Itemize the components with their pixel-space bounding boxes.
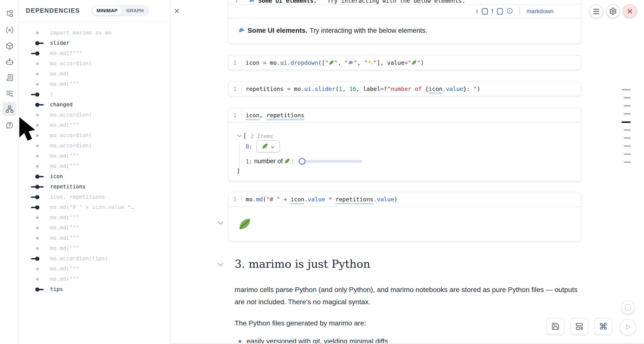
stop-button[interactable]	[621, 300, 635, 314]
minimap-row[interactable]: mo.md("""	[19, 213, 170, 223]
markdown-cell-toolbar: r f markdown	[228, 5, 581, 18]
logs-icon[interactable]	[3, 86, 16, 100]
tab-minimap[interactable]: MINIMAP	[92, 6, 122, 15]
minimap-row[interactable]: mo.md(	[19, 69, 170, 79]
run-button[interactable]	[620, 319, 636, 335]
code-editor[interactable]: 1 icon = mo.ui.dropdown(["", "", ""], va…	[228, 56, 581, 70]
line-number: 1	[232, 0, 241, 3]
tracker-dash[interactable]	[624, 97, 630, 98]
variables-icon[interactable]	[3, 23, 16, 37]
bracket-open: [	[243, 132, 246, 139]
help-icon[interactable]	[3, 118, 16, 132]
collapse-tree-icon[interactable]	[237, 134, 242, 138]
code-editor[interactable]: 1 icon, repetitions	[228, 108, 581, 122]
mouse-cursor	[19, 117, 35, 142]
minimap-row[interactable]: tips	[19, 284, 170, 295]
fstring-toggle-checkbox[interactable]	[497, 8, 503, 15]
minimap-row[interactable]: icon	[19, 171, 170, 182]
code-line[interactable]: icon, repetitions	[242, 112, 304, 119]
code-editor[interactable]: 1 Some UI elements. Try interacting with…	[228, 0, 581, 5]
minimap-row[interactable]: mo.md("""	[19, 79, 170, 89]
minimap-row[interactable]: mo.md("""	[19, 120, 170, 130]
slider-track[interactable]	[298, 160, 362, 163]
snippets-icon[interactable]	[3, 71, 16, 84]
layout-button[interactable]	[570, 318, 588, 335]
tracker-dash[interactable]	[624, 105, 630, 106]
command-palette-button[interactable]: ⌘	[594, 318, 612, 335]
output-bold-text: Some UI elements.	[248, 27, 307, 35]
minimap-row[interactable]: import marimo as mo	[19, 28, 170, 38]
line-number: 1	[228, 112, 241, 118]
notebook-menu-button[interactable]	[589, 5, 603, 19]
minimap-row[interactable]: mo.accordion(	[19, 59, 170, 69]
save-button[interactable]	[546, 318, 564, 335]
view-toggle: MINIMAP GRAPH	[91, 5, 149, 16]
wave-emoji	[348, 59, 354, 66]
minimap-row[interactable]: mo.accordion(	[19, 130, 170, 141]
collapse-output-icon[interactable]	[218, 221, 224, 226]
slider-knob[interactable]	[299, 158, 306, 165]
dependencies-icon[interactable]	[3, 102, 16, 116]
ai-assistant-icon[interactable]	[3, 55, 16, 69]
minimap-row[interactable]: mo.md("""	[19, 243, 170, 254]
file-explorer-icon[interactable]	[3, 7, 16, 21]
code-line[interactable]: icon = mo.ui.dropdown(["", "", ""], valu…	[242, 59, 424, 66]
minimap-row[interactable]: repetitions	[19, 182, 170, 192]
minimap-row[interactable]: mo.md("""	[19, 151, 170, 161]
tracker-dash[interactable]	[624, 145, 630, 147]
tracker-dash[interactable]	[624, 113, 630, 115]
settings-button[interactable]	[606, 4, 620, 18]
minimap-row[interactable]: (	[19, 89, 170, 100]
dropdown-select[interactable]	[256, 140, 280, 152]
minimap-row[interactable]: mo.md("""	[19, 223, 170, 233]
minimap-row[interactable]: mo.md("""	[19, 264, 170, 274]
minimap-row[interactable]: icon, repetitions	[19, 192, 170, 202]
minimap-row[interactable]: mo.accordion(	[19, 110, 170, 120]
fstring-toggle-label: f	[492, 8, 493, 15]
wave-emoji	[238, 27, 245, 35]
minimap-row[interactable]: mo.md("""	[19, 233, 170, 243]
code-line[interactable]: Some UI elements. Try interacting with t…	[245, 0, 466, 4]
info-icon[interactable]	[507, 8, 513, 15]
paragraph: The Python files generated by marimo are…	[235, 317, 586, 329]
cell-slider-code: 1 repetitions = mo.ui.slider(1, 16, labe…	[228, 81, 581, 96]
tracker-dash[interactable]	[624, 129, 630, 131]
close-panel-icon[interactable]	[173, 7, 180, 15]
minimap-row[interactable]: changed	[19, 100, 170, 110]
tab-graph[interactable]: GRAPH	[122, 6, 148, 15]
tracker-dash-active[interactable]	[622, 121, 630, 123]
tracker-dash[interactable]	[622, 89, 630, 90]
item-count: 2 Items	[250, 133, 273, 139]
minimap-row[interactable]: mo.accordion(	[19, 141, 170, 151]
collapse-section-icon[interactable]	[218, 263, 224, 268]
activity-bar	[0, 0, 19, 344]
tracker-dash[interactable]	[624, 161, 630, 163]
stop-icon	[625, 304, 631, 311]
code-editor[interactable]: 1 repetitions = mo.ui.slider(1, 16, labe…	[228, 82, 581, 96]
sparkles-emoji	[368, 59, 374, 66]
tracker-dash[interactable]	[624, 137, 630, 139]
code-line[interactable]: repetitions = mo.ui.slider(1, 16, label=…	[242, 86, 480, 92]
indent-guide	[239, 141, 240, 169]
language-mode-button[interactable]: markdown	[526, 8, 554, 15]
panel-header: DEPENDENCIES MINIMAP GRAPH	[19, 0, 170, 22]
packages-icon[interactable]	[3, 39, 16, 53]
shutdown-button[interactable]	[623, 4, 637, 18]
raw-toggle-checkbox[interactable]	[482, 8, 488, 15]
code-line[interactable]: mo.md("# " + icon.value * repetitions.va…	[242, 196, 398, 203]
item-index-1: 1:	[246, 158, 252, 165]
tracker-dash[interactable]	[624, 153, 630, 155]
minimap-row[interactable]: mo.md(f"""	[19, 48, 170, 59]
item-index-0: 0:	[246, 143, 252, 150]
minimap-row[interactable]: mo.md("# " + icon.value *…	[19, 202, 170, 213]
minimap-row[interactable]: mo.accordion(tips)	[19, 254, 170, 264]
leaf-emoji	[411, 59, 417, 66]
minimap-row[interactable]: mo.md("""	[19, 274, 170, 284]
chevron-down-icon	[271, 143, 274, 150]
minimap-row[interactable]: mo.md("""	[19, 161, 170, 171]
cell-md-heading: 1 mo.md("# " + icon.value * repetitions.…	[228, 192, 581, 241]
leaf-emoji	[262, 143, 268, 150]
paragraph-line: marimo cells parse Python (and only Pyth…	[235, 283, 586, 296]
code-editor[interactable]: 1 mo.md("# " + icon.value * repetitions.…	[228, 192, 581, 207]
minimap-row[interactable]: slider	[19, 38, 170, 48]
